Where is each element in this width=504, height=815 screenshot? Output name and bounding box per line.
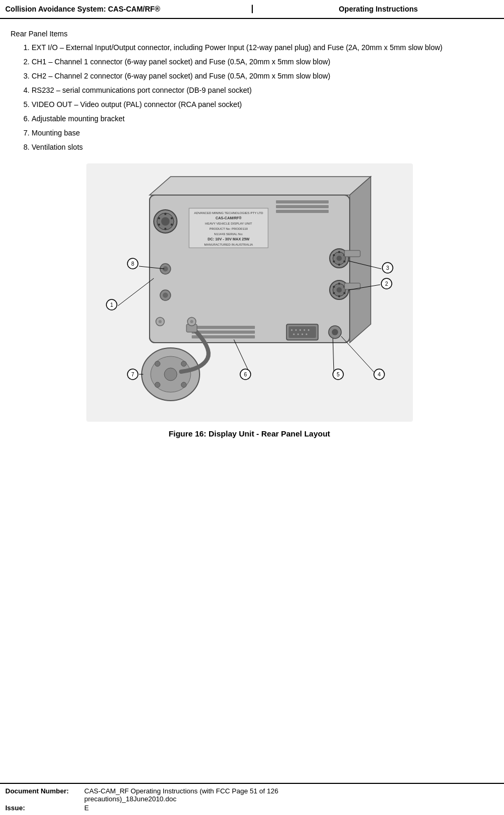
svg-rect-23 [276,205,329,208]
svg-point-16 [164,213,166,215]
footer-issue-row: Issue: E [5,804,499,812]
svg-point-40 [338,295,340,297]
main-content: Rear Panel Items EXT I/O – External Inpu… [0,19,504,454]
svg-point-32 [333,260,335,263]
svg-text:N11443    SERIAL No:: N11443 SERIAL No: [214,232,243,236]
footer-doc-line2: precautions)_18June2010.doc [84,795,499,803]
svg-text:DC: 10V - 30V  MAX  25W: DC: 10V - 30V MAX 25W [207,237,250,241]
rear-panel-items-list: EXT I/O – External Input/Output connecto… [32,42,488,153]
list-item: Adjustable mounting bracket [32,113,488,124]
svg-point-41 [333,292,335,294]
footer-doc-line1: CAS-CAM_RF Operating Instructions (with … [84,787,499,795]
svg-point-52 [301,334,303,335]
svg-point-37 [338,283,340,285]
svg-rect-75 [344,250,360,257]
svg-point-27 [337,256,342,261]
svg-text:ADVANCED MINING TECHNOLOGIES P: ADVANCED MINING TECHNOLOGIES PTY LTD [194,211,263,215]
figure-caption: Figure 16: Display Unit - Rear Panel Lay… [169,429,330,438]
svg-point-20 [158,224,160,226]
svg-point-47 [299,329,301,331]
footer-document-label: Document Number: [5,787,79,795]
svg-point-53 [305,334,307,335]
svg-text:CAS-CAM/RF®: CAS-CAM/RF® [215,216,242,220]
svg-text:PRODUCT No: PROD0119: PRODUCT No: PROD0119 [209,227,248,230]
svg-rect-57 [192,331,255,334]
svg-point-65 [181,382,186,387]
svg-point-49 [308,329,309,331]
svg-point-28 [338,251,340,253]
svg-rect-24 [276,210,329,213]
svg-point-42 [333,286,335,288]
svg-text:7: 7 [131,372,134,377]
figure-16-svg: ADVANCED MINING TECHNOLOGIES PTY LTD CAS… [86,163,413,422]
list-item: Mounting base [32,128,488,139]
svg-point-62 [155,361,160,366]
svg-marker-2 [150,177,371,195]
document-subtitle: Operating Instructions [339,5,418,13]
svg-point-50 [293,334,294,335]
svg-point-33 [333,254,335,256]
list-item: VIDEO OUT – Video output (PAL) connector… [32,99,488,110]
svg-point-46 [295,329,297,331]
document-title: Collision Avoidance System: CAS-CAM/RF® [5,5,160,13]
svg-point-61 [164,368,177,381]
footer-document-value: CAS-CAM_RF Operating Instructions (with … [84,787,499,803]
svg-point-48 [303,329,305,331]
svg-rect-22 [276,200,329,203]
list-item: CH1 – Channel 1 connector (6-way panel s… [32,56,488,67]
svg-point-39 [343,292,345,294]
header-title-right: Operating Instructions [253,5,505,13]
list-item: CH2 – Channel 2 connector (6-way panel s… [32,71,488,82]
svg-rect-56 [192,326,255,329]
svg-point-31 [338,264,340,266]
svg-point-51 [297,334,299,335]
list-item: RS232 – serial communications port conne… [32,85,488,96]
svg-point-68 [159,320,162,323]
footer-issue-label: Issue: [5,804,79,812]
svg-point-74 [163,293,168,298]
section-title: Rear Panel Items [11,30,488,38]
svg-point-45 [291,329,292,331]
svg-rect-44 [289,326,316,338]
page-footer: Document Number: CAS-CAM_RF Operating In… [0,783,504,815]
svg-text:2: 2 [385,281,388,287]
footer-issue-value: E [84,804,89,812]
svg-point-17 [171,217,173,219]
svg-point-55 [332,329,338,335]
svg-point-30 [343,260,345,263]
svg-text:5: 5 [337,372,340,377]
figure-container: ADVANCED MINING TECHNOLOGIES PTY LTD CAS… [11,163,488,438]
footer-document-row: Document Number: CAS-CAM_RF Operating In… [5,787,499,803]
header-title-left: Collision Avoidance System: CAS-CAM/RF® [0,5,253,13]
svg-point-21 [158,217,160,219]
svg-text:HEAVY VEHICLE DISPLAY UNIT: HEAVY VEHICLE DISPLAY UNIT [205,222,252,225]
svg-point-15 [161,217,170,226]
list-item: EXT I/O – External Input/Output connecto… [32,42,488,53]
list-item: Ventilation slots [32,142,488,153]
svg-point-18 [171,224,173,226]
svg-point-70 [190,320,193,323]
page-header: Collision Avoidance System: CAS-CAM/RF® … [0,0,504,19]
svg-point-63 [181,361,186,366]
svg-marker-3 [350,177,371,343]
svg-text:4: 4 [378,372,381,377]
svg-text:3: 3 [386,265,389,271]
svg-point-19 [164,228,166,230]
svg-point-64 [155,382,160,387]
svg-text:MANUFACTURED IN AUSTRALIA: MANUFACTURED IN AUSTRALIA [204,243,252,246]
svg-point-36 [337,287,342,293]
svg-text:1: 1 [110,302,113,308]
svg-text:6: 6 [244,372,247,377]
svg-text:8: 8 [131,261,134,267]
